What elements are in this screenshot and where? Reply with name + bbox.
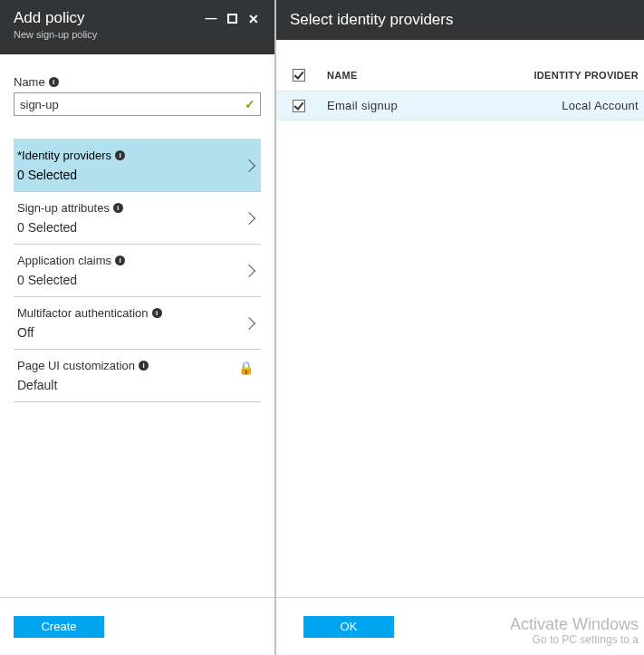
info-icon[interactable]: i [115, 255, 125, 265]
column-type-header[interactable]: IDENTITY PROVIDER [533, 70, 644, 81]
setting-application-claims[interactable]: Application claims i0 Selected [14, 244, 261, 296]
left-header: Add policy New sign-up policy [0, 0, 274, 54]
setting-value: Default [17, 378, 261, 392]
window-controls [204, 8, 261, 47]
close-button[interactable] [246, 12, 261, 26]
row-checkbox[interactable] [293, 100, 305, 112]
policy-name-input[interactable] [14, 92, 261, 116]
maximize-button[interactable] [227, 14, 237, 24]
minimize-button[interactable] [204, 12, 218, 26]
setting-label: Multifactor authentication [17, 306, 149, 320]
setting-mfa[interactable]: Multifactor authentication iOff [14, 296, 261, 349]
check-icon: ✓ [245, 97, 255, 111]
info-icon[interactable]: i [152, 308, 162, 318]
row-name: Email signup [327, 99, 562, 112]
info-icon[interactable]: i [115, 150, 125, 160]
left-title: Add policy [14, 8, 97, 28]
left-subtitle: New sign-up policy [14, 29, 97, 40]
lock-icon: 🔒 [238, 361, 254, 375]
setting-label: Page UI customization [17, 359, 135, 372]
right-title: Select identity providers [290, 10, 453, 30]
table-row[interactable]: Email signupLocal Account [276, 92, 644, 120]
ok-button[interactable]: OK [303, 616, 394, 638]
setting-label: Identity providers [22, 149, 111, 162]
right-header: Select identity providers [276, 0, 644, 40]
setting-page-ui[interactable]: Page UI customization iDefault🔒 [14, 349, 261, 402]
setting-value: 0 Selected [17, 220, 261, 235]
add-policy-panel: Add policy New sign-up policy Name i ✓ *… [0, 0, 276, 655]
column-name-header[interactable]: NAME [327, 70, 533, 81]
row-type: Local Account [562, 99, 644, 112]
info-icon[interactable]: i [49, 77, 59, 87]
name-label: Name [14, 75, 45, 89]
setting-identity-providers[interactable]: * Identity providers i0 Selected [14, 139, 261, 191]
setting-label: Application claims [17, 254, 111, 267]
create-button[interactable]: Create [14, 616, 104, 638]
grid-header: NAME IDENTITY PROVIDER [276, 67, 644, 92]
info-icon[interactable]: i [113, 203, 123, 213]
info-icon[interactable]: i [139, 361, 149, 371]
select-all-checkbox[interactable] [293, 69, 305, 82]
windows-watermark: Activate Windows Go to PC settings to a [510, 615, 639, 646]
setting-label: Sign-up attributes [17, 201, 110, 215]
select-identity-providers-panel: Select identity providers NAME IDENTITY … [276, 0, 644, 655]
setting-signup-attributes[interactable]: Sign-up attributes i0 Selected [14, 191, 261, 244]
setting-value: Off [17, 325, 261, 340]
setting-value: 0 Selected [17, 168, 261, 182]
setting-value: 0 Selected [17, 273, 261, 287]
